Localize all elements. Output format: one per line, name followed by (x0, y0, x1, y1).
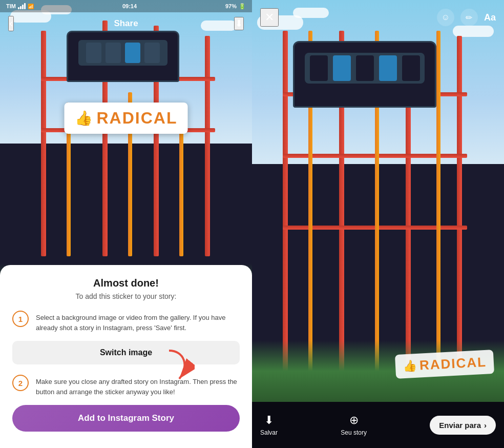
coaster-car (67, 31, 179, 82)
draw-icon: ✏ (466, 13, 472, 23)
carrier-info: TIM 📶 (6, 3, 34, 9)
save-action[interactable]: ⬇ Salvar (260, 414, 278, 436)
support-r (436, 31, 440, 390)
thumb-icon-left: 👍 (75, 110, 93, 127)
step-2-text: Make sure you close any drafted story on… (36, 375, 240, 397)
text-button-right[interactable]: Aa (484, 12, 496, 23)
sticker-overlay-left: 👍 RADICAL (65, 103, 188, 134)
bottom-sheet: Almost done! To add this sticker to your… (0, 265, 252, 448)
track (205, 36, 210, 256)
status-time: 09:14 (122, 3, 137, 9)
right-panel: ✕ ☺ ✏ Aa 👍 RADICAL ⬇ Salvar ⊕ Seu story … (252, 0, 504, 448)
enviar-button[interactable]: Enviar para › (430, 416, 496, 435)
step-2-circle: 2 (12, 375, 29, 391)
top-bar-right: ✕ ☺ ✏ Aa (252, 0, 504, 31)
thumb-icon-right: 👍 (402, 359, 416, 373)
battery-icon: 🔋 (239, 3, 246, 10)
switch-image-button[interactable]: Switch image (12, 341, 240, 364)
sheet-title: Almost done! (12, 277, 240, 289)
sheet-subtitle: To add this sticker to your story: (12, 292, 240, 300)
sticker-icon: ☺ (442, 13, 450, 22)
battery-percent: 97% (225, 3, 237, 9)
signal-bars (18, 3, 26, 9)
bar3 (22, 5, 24, 9)
battery-area: 97% 🔋 (225, 3, 246, 10)
track-r (283, 31, 288, 379)
enviar-label: Enviar para (439, 421, 481, 430)
bottom-bar-right: ⬇ Salvar ⊕ Seu story Enviar para › (252, 402, 504, 448)
carrier-name: TIM (6, 3, 16, 9)
step-2-row: 2 Make sure you close any drafted story … (12, 375, 240, 397)
close-button-right[interactable]: ✕ (260, 8, 279, 27)
save-label: Salvar (260, 429, 278, 436)
status-bar-left: TIM 📶 09:14 97% 🔋 (0, 0, 252, 12)
track-r (457, 36, 462, 379)
story-action[interactable]: ⊕ Seu story (341, 414, 367, 436)
step-1-row: 1 Select a background image or video fro… (12, 311, 240, 333)
bar1 (18, 7, 19, 9)
red-arrow (164, 345, 195, 386)
coaster-visual-right (252, 31, 504, 448)
share-title: Share (114, 18, 138, 29)
coaster-car-right (293, 41, 436, 108)
left-panel: TIM 📶 09:14 97% 🔋 ‹ Share ⬇ 👍 RADICAL Al… (0, 0, 252, 448)
story-icon: ⊕ (349, 414, 359, 427)
save-icon: ⬇ (264, 414, 274, 427)
enviar-chevron: › (484, 421, 487, 430)
bar2 (20, 6, 22, 9)
step-1-circle: 1 (12, 311, 29, 327)
track (41, 31, 46, 256)
sticker-overlay-right[interactable]: 👍 RADICAL (395, 350, 494, 379)
draw-button-right[interactable]: ✏ (460, 9, 478, 26)
back-button[interactable]: ‹ (8, 16, 14, 31)
sticker-text-left: RADICAL (97, 109, 178, 128)
wifi-icon: 📶 (28, 4, 34, 9)
story-label: Seu story (341, 429, 367, 436)
download-button[interactable]: ⬇ (234, 17, 244, 30)
step-1-text: Select a background image or video from … (36, 311, 240, 333)
sticker-text-right: RADICAL (419, 354, 487, 374)
add-to-instagram-button[interactable]: Add to Instagram Story (12, 405, 240, 432)
bar4 (24, 3, 26, 9)
header-left: ‹ Share ⬇ (0, 12, 252, 35)
sticker-button-right[interactable]: ☺ (437, 9, 454, 26)
top-right-icons: ☺ ✏ Aa (437, 9, 496, 26)
